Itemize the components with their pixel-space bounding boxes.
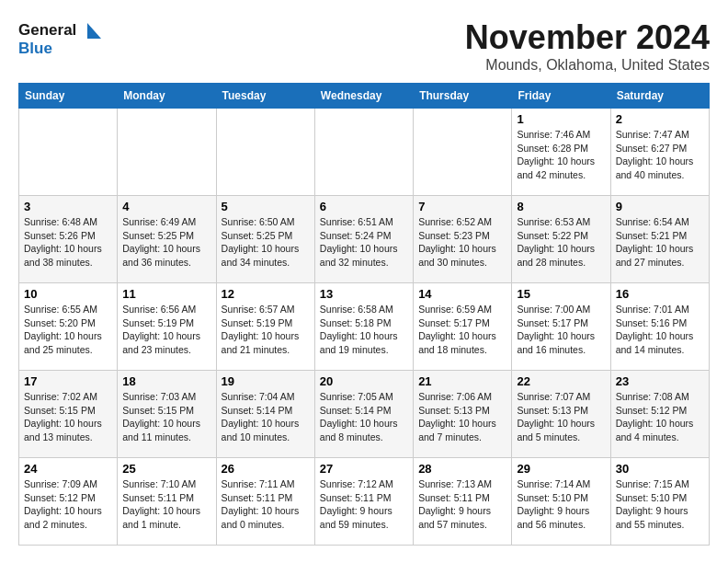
calendar-cell: 25Sunrise: 7:10 AM Sunset: 5:11 PM Dayli… <box>118 458 216 546</box>
svg-text:Blue: Blue <box>18 40 52 57</box>
day-info: Sunrise: 6:51 AM Sunset: 5:24 PM Dayligh… <box>320 215 408 270</box>
day-info: Sunrise: 7:01 AM Sunset: 5:16 PM Dayligh… <box>616 303 704 357</box>
day-number: 22 <box>517 374 605 388</box>
day-info: Sunrise: 6:57 AM Sunset: 5:19 PM Dayligh… <box>222 303 310 357</box>
day-number: 1 <box>517 112 605 126</box>
day-number: 12 <box>222 287 310 301</box>
calendar-cell: 17Sunrise: 7:02 AM Sunset: 5:15 PM Dayli… <box>19 371 118 458</box>
calendar-cell: 29Sunrise: 7:14 AM Sunset: 5:10 PM Dayli… <box>512 458 610 546</box>
calendar-cell: 21Sunrise: 7:06 AM Sunset: 5:13 PM Dayli… <box>414 371 512 458</box>
header: GeneralBlue November 2024 Mounds, Oklaho… <box>18 18 710 74</box>
calendar-cell: 10Sunrise: 6:55 AM Sunset: 5:20 PM Dayli… <box>19 283 118 371</box>
day-info: Sunrise: 6:49 AM Sunset: 5:25 PM Dayligh… <box>122 215 210 270</box>
calendar-cell <box>314 109 413 196</box>
day-info: Sunrise: 6:50 AM Sunset: 5:25 PM Dayligh… <box>222 215 310 270</box>
day-number: 30 <box>616 462 704 476</box>
calendar-cell: 4Sunrise: 6:49 AM Sunset: 5:25 PM Daylig… <box>118 196 216 283</box>
day-info: Sunrise: 7:46 AM Sunset: 6:28 PM Dayligh… <box>517 128 605 182</box>
week-row-4: 17Sunrise: 7:02 AM Sunset: 5:15 PM Dayli… <box>19 371 710 458</box>
calendar-cell: 26Sunrise: 7:11 AM Sunset: 5:11 PM Dayli… <box>216 458 314 546</box>
day-header-saturday: Saturday <box>610 84 709 109</box>
calendar-cell: 18Sunrise: 7:03 AM Sunset: 5:15 PM Dayli… <box>118 371 216 458</box>
calendar-cell: 13Sunrise: 6:58 AM Sunset: 5:18 PM Dayli… <box>314 283 413 371</box>
svg-marker-2 <box>87 23 101 39</box>
week-row-5: 24Sunrise: 7:09 AM Sunset: 5:12 PM Dayli… <box>19 458 710 546</box>
calendar-cell: 23Sunrise: 7:08 AM Sunset: 5:12 PM Dayli… <box>610 371 709 458</box>
month-title: November 2024 <box>465 18 710 57</box>
day-info: Sunrise: 7:00 AM Sunset: 5:17 PM Dayligh… <box>517 303 605 357</box>
calendar-cell: 30Sunrise: 7:15 AM Sunset: 5:10 PM Dayli… <box>610 458 709 546</box>
day-info: Sunrise: 7:05 AM Sunset: 5:14 PM Dayligh… <box>320 390 408 444</box>
calendar-cell <box>216 109 314 196</box>
day-header-sunday: Sunday <box>19 84 118 109</box>
day-info: Sunrise: 6:55 AM Sunset: 5:20 PM Dayligh… <box>24 303 112 357</box>
calendar-cell: 16Sunrise: 7:01 AM Sunset: 5:16 PM Dayli… <box>610 283 709 371</box>
day-header-wednesday: Wednesday <box>314 84 413 109</box>
calendar-cell: 22Sunrise: 7:07 AM Sunset: 5:13 PM Dayli… <box>512 371 610 458</box>
day-number: 26 <box>222 462 310 476</box>
day-number: 3 <box>24 200 112 213</box>
day-number: 5 <box>222 200 310 213</box>
day-number: 17 <box>24 374 112 388</box>
day-number: 29 <box>517 462 605 476</box>
calendar-cell: 7Sunrise: 6:52 AM Sunset: 5:23 PM Daylig… <box>414 196 512 283</box>
day-info: Sunrise: 7:11 AM Sunset: 5:11 PM Dayligh… <box>222 477 310 532</box>
day-info: Sunrise: 6:48 AM Sunset: 5:26 PM Dayligh… <box>24 215 112 270</box>
day-info: Sunrise: 7:03 AM Sunset: 5:15 PM Dayligh… <box>122 390 210 444</box>
calendar-table: SundayMondayTuesdayWednesdayThursdayFrid… <box>18 83 710 546</box>
day-info: Sunrise: 7:12 AM Sunset: 5:11 PM Dayligh… <box>320 477 408 532</box>
calendar-cell: 15Sunrise: 7:00 AM Sunset: 5:17 PM Dayli… <box>512 283 610 371</box>
day-info: Sunrise: 6:56 AM Sunset: 5:19 PM Dayligh… <box>122 303 210 357</box>
day-number: 24 <box>24 462 112 476</box>
day-number: 16 <box>616 287 704 301</box>
day-info: Sunrise: 6:59 AM Sunset: 5:17 PM Dayligh… <box>418 303 506 357</box>
day-info: Sunrise: 7:14 AM Sunset: 5:10 PM Dayligh… <box>517 477 605 532</box>
day-number: 2 <box>616 112 704 126</box>
calendar-cell <box>414 109 512 196</box>
day-info: Sunrise: 7:15 AM Sunset: 5:10 PM Dayligh… <box>616 477 704 532</box>
day-number: 13 <box>320 287 408 301</box>
day-number: 20 <box>320 374 408 388</box>
day-info: Sunrise: 7:09 AM Sunset: 5:12 PM Dayligh… <box>24 477 112 532</box>
day-info: Sunrise: 6:54 AM Sunset: 5:21 PM Dayligh… <box>616 215 704 270</box>
calendar-cell: 27Sunrise: 7:12 AM Sunset: 5:11 PM Dayli… <box>314 458 413 546</box>
day-info: Sunrise: 7:10 AM Sunset: 5:11 PM Dayligh… <box>122 477 210 532</box>
day-number: 15 <box>517 287 605 301</box>
week-row-2: 3Sunrise: 6:48 AM Sunset: 5:26 PM Daylig… <box>19 196 710 283</box>
calendar-cell: 14Sunrise: 6:59 AM Sunset: 5:17 PM Dayli… <box>414 283 512 371</box>
day-number: 9 <box>616 200 704 213</box>
day-number: 19 <box>222 374 310 388</box>
calendar-cell: 12Sunrise: 6:57 AM Sunset: 5:19 PM Dayli… <box>216 283 314 371</box>
calendar-cell: 24Sunrise: 7:09 AM Sunset: 5:12 PM Dayli… <box>19 458 118 546</box>
day-number: 21 <box>418 374 506 388</box>
day-info: Sunrise: 7:07 AM Sunset: 5:13 PM Dayligh… <box>517 390 605 444</box>
location: Mounds, Oklahoma, United States <box>465 57 710 74</box>
day-number: 25 <box>122 462 210 476</box>
title-area: November 2024 Mounds, Oklahoma, United S… <box>465 18 710 74</box>
calendar-cell <box>118 109 216 196</box>
calendar-cell: 2Sunrise: 7:47 AM Sunset: 6:27 PM Daylig… <box>610 109 709 196</box>
logo: GeneralBlue <box>18 18 110 59</box>
calendar-cell: 9Sunrise: 6:54 AM Sunset: 5:21 PM Daylig… <box>610 196 709 283</box>
calendar-cell <box>19 109 118 196</box>
day-number: 6 <box>320 200 408 213</box>
day-header-tuesday: Tuesday <box>216 84 314 109</box>
week-row-3: 10Sunrise: 6:55 AM Sunset: 5:20 PM Dayli… <box>19 283 710 371</box>
day-number: 11 <box>122 287 210 301</box>
calendar-cell: 5Sunrise: 6:50 AM Sunset: 5:25 PM Daylig… <box>216 196 314 283</box>
day-number: 7 <box>418 200 506 213</box>
svg-text:General: General <box>18 21 76 39</box>
day-info: Sunrise: 6:58 AM Sunset: 5:18 PM Dayligh… <box>320 303 408 357</box>
day-number: 10 <box>24 287 112 301</box>
day-info: Sunrise: 7:08 AM Sunset: 5:12 PM Dayligh… <box>616 390 704 444</box>
days-header-row: SundayMondayTuesdayWednesdayThursdayFrid… <box>19 84 710 109</box>
day-number: 14 <box>418 287 506 301</box>
day-info: Sunrise: 7:06 AM Sunset: 5:13 PM Dayligh… <box>418 390 506 444</box>
day-info: Sunrise: 6:52 AM Sunset: 5:23 PM Dayligh… <box>418 215 506 270</box>
day-info: Sunrise: 7:02 AM Sunset: 5:15 PM Dayligh… <box>24 390 112 444</box>
day-number: 27 <box>320 462 408 476</box>
day-info: Sunrise: 7:47 AM Sunset: 6:27 PM Dayligh… <box>616 128 704 182</box>
day-number: 4 <box>122 200 210 213</box>
day-number: 23 <box>616 374 704 388</box>
calendar-cell: 19Sunrise: 7:04 AM Sunset: 5:14 PM Dayli… <box>216 371 314 458</box>
